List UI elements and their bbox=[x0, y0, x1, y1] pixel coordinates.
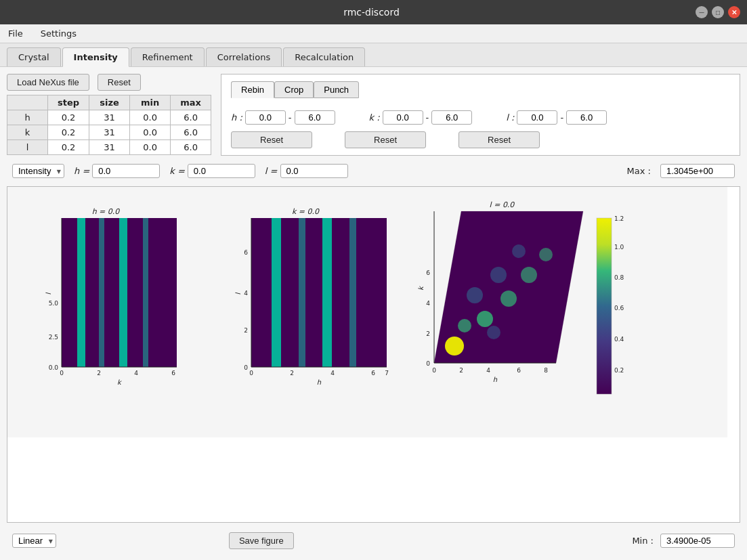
svg-rect-65 bbox=[597, 218, 612, 394]
coord-h: h = bbox=[74, 164, 160, 178]
range-h-max[interactable] bbox=[295, 110, 335, 125]
menu-settings[interactable]: Settings bbox=[37, 27, 81, 40]
svg-text:1.2: 1.2 bbox=[614, 215, 624, 222]
cell-l-step: 0.2 bbox=[48, 140, 89, 155]
range-group-k: k : - bbox=[369, 110, 473, 125]
range-l-max[interactable] bbox=[566, 110, 607, 125]
range-l-min[interactable] bbox=[517, 110, 557, 125]
cell-l-max: 6.0 bbox=[171, 140, 211, 155]
svg-rect-23 bbox=[349, 218, 356, 367]
tab-intensity[interactable]: Intensity bbox=[62, 47, 129, 67]
svg-text:6: 6 bbox=[426, 270, 430, 276]
tabs-bar: Crystal Intensity Refinement Correlation… bbox=[0, 43, 747, 67]
reset-l-button[interactable]: Reset bbox=[458, 131, 540, 148]
rebin-tab-crop[interactable]: Crop bbox=[274, 81, 314, 98]
rebin-tab-punch[interactable]: Punch bbox=[314, 81, 359, 98]
svg-text:0.8: 0.8 bbox=[614, 274, 624, 281]
svg-point-44 bbox=[467, 287, 483, 303]
coord-h-input[interactable] bbox=[92, 164, 160, 178]
range-h-min[interactable] bbox=[245, 110, 286, 125]
coord-k: k = bbox=[169, 164, 255, 178]
reset-h-button[interactable]: Reset bbox=[231, 131, 312, 148]
svg-rect-4 bbox=[99, 218, 104, 367]
main-content: Load NeXus file Reset step size min max bbox=[0, 67, 747, 560]
top-section: Load NeXus file Reset step size min max bbox=[7, 74, 740, 156]
save-figure-button[interactable]: Save figure bbox=[229, 532, 294, 549]
svg-point-46 bbox=[490, 267, 507, 283]
svg-text:h = 0.0: h = 0.0 bbox=[92, 207, 121, 216]
intensity-dropdown[interactable]: Intensity bbox=[12, 164, 64, 178]
svg-point-45 bbox=[500, 290, 517, 307]
svg-text:2: 2 bbox=[244, 327, 248, 334]
cell-k-min: 0.0 bbox=[130, 125, 171, 140]
svg-text:0: 0 bbox=[60, 370, 64, 376]
svg-text:2.5: 2.5 bbox=[49, 334, 58, 341]
col-header-min: min bbox=[130, 95, 171, 110]
svg-rect-21 bbox=[299, 218, 305, 367]
svg-text:4: 4 bbox=[244, 290, 248, 297]
cell-k-max: 6.0 bbox=[171, 125, 211, 140]
coord-l: l = bbox=[265, 164, 348, 178]
svg-point-47 bbox=[521, 267, 537, 283]
tab-correlations[interactable]: Correlations bbox=[206, 47, 282, 66]
min-value-input[interactable] bbox=[660, 534, 735, 548]
load-nexus-button[interactable]: Load NeXus file bbox=[7, 74, 89, 91]
reset-top-button[interactable]: Reset bbox=[98, 74, 141, 91]
col-header-step: step bbox=[48, 95, 89, 110]
menu-file[interactable]: File bbox=[4, 27, 27, 40]
linear-dropdown[interactable]: Linear bbox=[12, 534, 56, 548]
svg-text:8: 8 bbox=[544, 367, 548, 374]
tab-recalculation[interactable]: Recalculation bbox=[283, 47, 365, 66]
tab-refinement[interactable]: Refinement bbox=[131, 47, 205, 66]
range-k-max[interactable] bbox=[431, 110, 472, 125]
cell-h-size: 31 bbox=[89, 110, 130, 125]
intensity-dropdown-wrap: Intensity bbox=[12, 164, 64, 178]
table-row: h 0.2 31 0.0 6.0 bbox=[7, 110, 211, 125]
col-header-size: size bbox=[89, 95, 130, 110]
svg-text:6: 6 bbox=[517, 367, 521, 374]
coord-k-label: k = bbox=[169, 166, 185, 176]
table-row: k 0.2 31 0.0 6.0 bbox=[7, 125, 211, 140]
svg-point-48 bbox=[512, 244, 526, 258]
range-dash-l: - bbox=[560, 112, 563, 123]
reset-k-button[interactable]: Reset bbox=[345, 131, 426, 148]
rebin-tab-rebin[interactable]: Rebin bbox=[231, 81, 274, 98]
svg-text:5.0: 5.0 bbox=[49, 300, 59, 307]
max-label: Max : bbox=[627, 166, 651, 176]
bottom-bar: Linear Save figure Min : bbox=[7, 528, 740, 553]
maximize-button[interactable]: □ bbox=[712, 6, 724, 18]
svg-text:6: 6 bbox=[244, 249, 248, 256]
svg-text:2: 2 bbox=[97, 370, 101, 376]
data-table: step size min max h 0.2 31 0.0 6.0 bbox=[7, 95, 211, 155]
svg-text:0: 0 bbox=[244, 364, 248, 371]
svg-text:0: 0 bbox=[249, 370, 253, 376]
range-group-h: h : - bbox=[231, 110, 335, 125]
title-bar: rmc-discord ─ □ ✕ bbox=[0, 0, 747, 24]
svg-text:4: 4 bbox=[486, 367, 490, 374]
svg-text:6: 6 bbox=[171, 370, 175, 376]
range-dash-h: - bbox=[289, 112, 292, 123]
main-window: rmc-discord ─ □ ✕ File Settings Crystal … bbox=[0, 0, 747, 560]
plot-area: h = 0.0 bbox=[7, 186, 740, 523]
row-label-h: h bbox=[7, 110, 48, 125]
max-value-input[interactable] bbox=[660, 164, 735, 178]
tab-crystal[interactable]: Crystal bbox=[7, 47, 61, 66]
svg-text:6: 6 bbox=[371, 370, 375, 376]
coord-l-input[interactable] bbox=[280, 164, 348, 178]
cell-l-size: 31 bbox=[89, 140, 130, 155]
table-row: l 0.2 31 0.0 6.0 bbox=[7, 140, 211, 155]
svg-text:7: 7 bbox=[385, 370, 389, 376]
svg-text:0.2: 0.2 bbox=[614, 367, 624, 374]
svg-text:0: 0 bbox=[432, 367, 436, 374]
coord-h-label: h = bbox=[74, 166, 89, 176]
cell-h-step: 0.2 bbox=[48, 110, 89, 125]
coord-k-input[interactable] bbox=[188, 164, 255, 178]
range-k-min[interactable] bbox=[383, 110, 423, 125]
row-label-k: k bbox=[7, 125, 48, 140]
close-button[interactable]: ✕ bbox=[728, 6, 740, 18]
svg-text:0: 0 bbox=[426, 360, 430, 367]
svg-point-51 bbox=[487, 326, 500, 339]
rebin-tabs: Rebin Crop Punch bbox=[231, 81, 730, 98]
minimize-button[interactable]: ─ bbox=[696, 6, 708, 18]
coord-l-label: l = bbox=[265, 166, 278, 176]
